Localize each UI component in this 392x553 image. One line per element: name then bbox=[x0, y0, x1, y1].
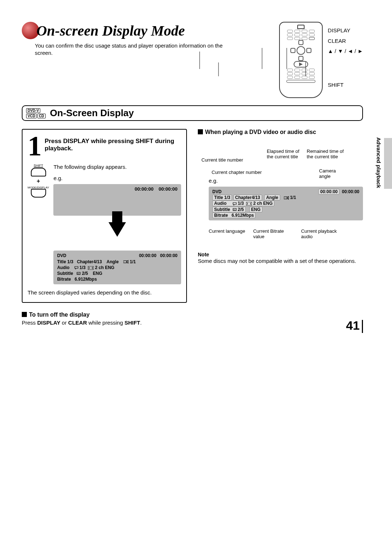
camera-icon bbox=[284, 196, 289, 200]
remote-label-clear: CLEAR bbox=[328, 36, 363, 46]
remote-label-display: DISPLAY bbox=[328, 25, 363, 36]
callout-playback-audio: Current playback audio bbox=[301, 228, 341, 239]
svg-rect-10 bbox=[284, 197, 287, 199]
osd-audio-val-right: 1/3 bbox=[238, 201, 244, 206]
note-heading: Note bbox=[198, 252, 363, 257]
svg-rect-0 bbox=[123, 261, 127, 263]
svg-rect-2 bbox=[77, 272, 80, 275]
callout-bitrate: Current Bitrate value bbox=[253, 228, 293, 239]
osd-sub-lang-right: ENG bbox=[249, 207, 262, 212]
tag-vcd: VCD bbox=[26, 114, 37, 118]
osd-elapsed-right: 00:00:00 bbox=[318, 189, 339, 195]
osd-bitrate-val-left: 6.912Mbps bbox=[74, 277, 97, 282]
section-header: DVD-V VCDCD On-Screen Display bbox=[22, 105, 363, 121]
eg-label-left: e.g. bbox=[53, 175, 181, 181]
page-subtitle: You can confirm the disc usage status an… bbox=[35, 42, 224, 57]
callout-remaining: Remained time of the current title bbox=[307, 149, 347, 159]
osd-angle-label-right: Angle bbox=[266, 195, 278, 200]
page-title: On-screen Display Mode bbox=[36, 23, 185, 39]
side-tab bbox=[384, 138, 392, 189]
callout-chapter-num: Current chapter number bbox=[212, 170, 262, 175]
osd-chapter-right: Chapter4/13 bbox=[233, 195, 262, 200]
step-number: 1 bbox=[28, 135, 42, 157]
square-bullet-icon bbox=[22, 312, 27, 317]
shift-display-buttons-diagram: SHIFT + MODE/DISPLAY bbox=[28, 164, 49, 198]
mode-display-label: MODE/DISPLAY bbox=[28, 186, 49, 189]
svg-rect-12 bbox=[233, 208, 236, 211]
osd-sub-label-right: Subtitle bbox=[214, 207, 230, 212]
step-heading: Press DISPLAY while pressing SHIFT durin… bbox=[28, 135, 181, 152]
section-title: On-Screen Display bbox=[50, 107, 134, 119]
osd-sub-label-left: Subtitle bbox=[57, 271, 73, 276]
osd-full-box-left: DVD 00:00:00 00:00:00 Title 1/3 Chapter4… bbox=[53, 251, 181, 284]
osd-title-right: Title 1/3 bbox=[212, 195, 232, 200]
svg-rect-11 bbox=[246, 202, 252, 206]
svg-rect-1 bbox=[88, 266, 94, 270]
note-body: Some discs may not be compatible with a … bbox=[198, 257, 363, 265]
shift-label-small: SHIFT bbox=[28, 164, 49, 167]
remote-label-arrows: ▲ / ▼ / ◄ / ► bbox=[328, 46, 363, 57]
arrow-down-icon bbox=[109, 222, 126, 237]
osd-bitrate-label-left: Bitrate bbox=[57, 277, 71, 282]
page-number: 41 bbox=[346, 318, 363, 333]
osd-elapsed-left: 00:00:00 bbox=[139, 253, 156, 258]
osd-remaining-right: 00:00:00 bbox=[342, 189, 359, 194]
square-bullet-icon bbox=[198, 129, 203, 134]
osd-audio-val-left: 1/3 bbox=[79, 265, 86, 270]
dialog-icon bbox=[74, 266, 78, 269]
right-heading: When playing a DVD video or audio disc bbox=[205, 129, 316, 135]
dolby-icon bbox=[246, 202, 252, 206]
turn-off-heading: To turn off the display bbox=[29, 312, 90, 318]
osd-sub-val-left: 2/5 bbox=[82, 271, 88, 276]
osd-angle-label-left: Angle bbox=[107, 259, 119, 264]
osd-audio-label-right: Audio bbox=[214, 201, 226, 206]
eg-label-right: e.g. bbox=[209, 178, 363, 184]
osd-initial-time-b: 00:00:00 bbox=[159, 186, 177, 192]
osd-sub-lang-left: ENG bbox=[93, 271, 102, 276]
side-section-label: Advanced playback bbox=[376, 137, 382, 188]
tag-dvdv: DVD-V bbox=[26, 108, 40, 113]
osd-initial-time-a: 00:00:00 bbox=[135, 186, 154, 192]
osd-audio-desc-right: 2 ch ENG bbox=[253, 201, 273, 206]
osd-angle-val-right: 1/1 bbox=[290, 195, 296, 200]
step-footer-note: The screen displayed varies depending on… bbox=[28, 289, 181, 296]
osd-title-left: Title 1/3 bbox=[57, 259, 73, 264]
callouts-below: Current language Current Bitrate value C… bbox=[198, 228, 363, 239]
subtitle-icon bbox=[233, 208, 237, 211]
subtitle-icon bbox=[77, 272, 81, 275]
step-1-box: 1 Press DISPLAY while pressing SHIFT dur… bbox=[22, 129, 187, 303]
osd-chapter-left: Chapter4/13 bbox=[77, 259, 102, 264]
osd-remaining-left: 00:00:00 bbox=[160, 253, 177, 258]
remote-label-shift: SHIFT bbox=[328, 80, 363, 90]
osd-audio-desc-left: 2 ch ENG bbox=[95, 265, 114, 270]
osd-full-box-right: DVD 00:00:00 00:00:00 Title 1/3 Chapter4… bbox=[209, 187, 363, 220]
osd-initial-box: 00:00:00 00:00:00 bbox=[53, 184, 181, 216]
dolby-icon bbox=[88, 266, 94, 270]
remote-diagram bbox=[279, 22, 323, 98]
osd-disc-left: DVD bbox=[57, 253, 66, 259]
osd-audio-label-left: Audio bbox=[57, 265, 69, 270]
osd-bitrate-val-right: 6.912Mbps bbox=[232, 213, 254, 218]
callouts-above: Current title number Current chapter num… bbox=[198, 139, 363, 175]
dialog-icon bbox=[233, 202, 237, 206]
osd-sub-val-right: 2/5 bbox=[238, 207, 244, 212]
tag-cd: CD bbox=[37, 114, 45, 118]
turn-off-body: Press DISPLAY or CLEAR while pressing SH… bbox=[22, 320, 187, 326]
osd-bitrate-label-right: Bitrate bbox=[214, 213, 228, 218]
camera-icon bbox=[123, 260, 128, 264]
callout-language: Current language bbox=[209, 228, 245, 239]
following-display-text: The following display appears. bbox=[53, 164, 181, 170]
osd-disc-right: DVD bbox=[212, 189, 221, 195]
osd-angle-val-left: 1/1 bbox=[130, 259, 136, 264]
callout-title-num: Current title number bbox=[201, 157, 243, 163]
callout-elapsed: Elapsed time of the current title bbox=[267, 149, 303, 159]
